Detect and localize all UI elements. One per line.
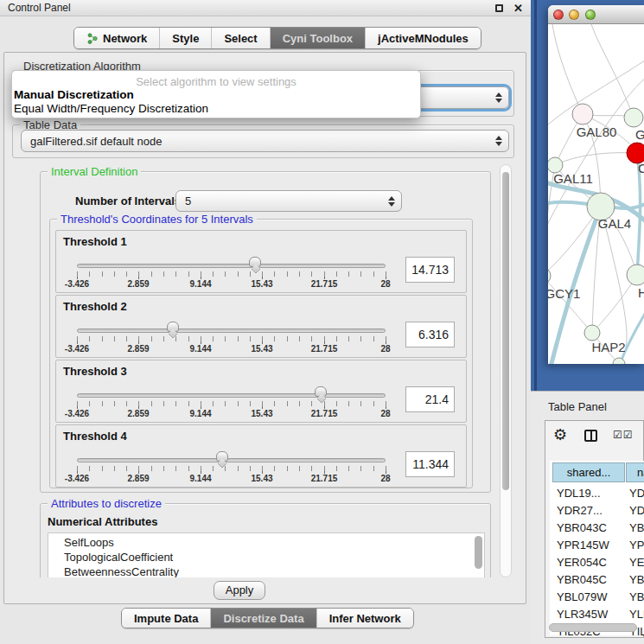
network-canvas[interactable]: GAL80 GA C GAL11 GAL4 GCY1 H HAP2 <box>548 24 644 364</box>
tab-discretize-data-label: Discretize Data <box>223 612 303 625</box>
node-label: GAL11 <box>553 171 593 186</box>
threshold-coordinates-group-title: Threshold's Coordinates for 5 Intervals <box>57 213 257 226</box>
list-item[interactable]: TopologicalCoefficient <box>64 550 484 564</box>
number-of-intervals-value: 5 <box>185 194 191 207</box>
number-of-intervals-label: Number of Intervals <box>75 194 181 207</box>
tab-infer-network[interactable]: Infer Network <box>317 609 413 628</box>
tab-select[interactable]: Select <box>212 28 270 48</box>
tick-label: 2.859 <box>127 279 149 289</box>
threshold-2-value-field[interactable]: 6.316 <box>405 322 455 348</box>
table-row[interactable]: YPR145WYPR1 <box>550 537 644 554</box>
zoom-traffic-light[interactable] <box>585 10 596 20</box>
interval-definition-group: Interval Definition Number of Intervals … <box>40 171 491 493</box>
cell: YER054C <box>557 554 607 571</box>
number-of-intervals-combobox[interactable]: 5 <box>175 190 402 212</box>
node-label: C <box>638 161 644 175</box>
column-header-name[interactable]: na <box>626 462 644 482</box>
threshold-1-panel: Threshold 1 -3.426 2.859 9.144 15.43 21.… <box>55 230 467 293</box>
panel-scrollbar-thumb[interactable] <box>502 172 509 490</box>
checkbox-icons[interactable]: ☑☑ <box>613 429 634 441</box>
horizontal-scrollbar-thumb[interactable] <box>549 623 637 632</box>
column-header-shared-name[interactable]: shared... <box>552 462 625 482</box>
node-gal80[interactable] <box>572 104 593 124</box>
node-gal-right[interactable] <box>624 108 643 127</box>
minimize-traffic-light[interactable] <box>569 10 579 20</box>
tab-network[interactable]: Network <box>74 28 160 48</box>
numerical-attributes-label: Numerical Attributes <box>48 515 157 528</box>
slider-ticks <box>77 336 386 341</box>
list-item[interactable]: BetweennessCentrality <box>64 564 484 577</box>
tab-discretize-data[interactable]: Discretize Data <box>211 609 316 628</box>
tab-impute-data-label: Impute Data <box>134 612 198 625</box>
threshold-4-slider-track[interactable] <box>77 458 386 462</box>
apply-button[interactable]: Apply <box>214 581 265 600</box>
table-row[interactable]: YBR045CYBR0 <box>550 571 644 589</box>
table-row[interactable]: YER054CYER0 <box>550 554 644 571</box>
close-icon[interactable]: ✕ <box>513 3 523 14</box>
dropdown-option-equal-width[interactable]: Equal Width/Frequency Discretization <box>14 102 208 115</box>
tab-infer-network-label: Infer Network <box>329 612 401 625</box>
float-window-icon[interactable] <box>495 4 503 12</box>
dropdown-option-manual-discretization[interactable]: Manual Discretization <box>14 88 134 101</box>
threshold-coordinates-group: Threshold's Coordinates for 5 Intervals … <box>49 219 473 488</box>
gear-icon[interactable]: ⚙ <box>553 425 567 444</box>
cell: YPR145W <box>557 537 609 554</box>
node-label: HAP2 <box>591 340 625 354</box>
tick-label: 28 <box>380 344 390 354</box>
tab-style-label: Style <box>172 32 199 45</box>
node-h[interactable] <box>627 265 644 285</box>
attributes-group-title: Attributes to discretize <box>48 497 165 510</box>
tab-select-label: Select <box>224 32 257 45</box>
dropdown-hint: Select algorithm to view settings <box>12 75 420 88</box>
table-row[interactable]: YLR345WYLR3 <box>550 606 644 623</box>
threshold-1-value-field[interactable]: 14.713 <box>405 257 455 283</box>
table-panel-title: Table Panel <box>548 400 607 413</box>
cell: YPR1 <box>629 537 644 554</box>
tick-label: 9.144 <box>189 344 211 354</box>
cell: YBR0 <box>629 520 644 537</box>
threshold-4-value-field[interactable]: 11.344 <box>405 451 455 477</box>
cell: YBL079W <box>557 589 608 606</box>
cell: YBR0 <box>629 571 644 589</box>
settings-viewport: Interval Definition Number of Intervals … <box>35 164 496 577</box>
table-row[interactable]: YBL079WYBL0 <box>550 589 644 606</box>
horizontal-scrollbar[interactable] <box>549 623 641 634</box>
threshold-4-slider-thumb[interactable] <box>216 451 228 462</box>
threshold-1-slider-thumb[interactable] <box>249 257 261 267</box>
panel-scrollbar[interactable] <box>500 164 512 577</box>
tab-impute-data[interactable]: Impute Data <box>122 609 211 628</box>
list-item[interactable]: SelfLoops <box>64 535 484 550</box>
node-hap2[interactable] <box>584 325 600 341</box>
threshold-3-slider-track[interactable] <box>77 393 386 398</box>
threshold-3-slider-thumb[interactable] <box>315 386 327 397</box>
table-data-combobox[interactable]: galFiltered.sif default node <box>21 130 509 152</box>
node-label: GA <box>635 127 644 142</box>
tab-cyni-toolbox-label: Cyni Toolbox <box>283 32 353 45</box>
node-label: GAL4 <box>598 216 631 231</box>
tab-jactivemnodules[interactable]: jActiveMNodules <box>366 28 481 48</box>
threshold-3-value-field[interactable]: 21.4 <box>405 386 455 412</box>
table-row[interactable]: YBR043CYBR0 <box>550 520 644 537</box>
table-row[interactable]: YDL19...YDL1 <box>550 485 644 502</box>
slider-ticks <box>77 466 386 471</box>
threshold-2-label: Threshold 2 <box>63 300 127 313</box>
threshold-2-slider-thumb[interactable] <box>167 322 179 332</box>
tick-label: 15.43 <box>251 474 272 483</box>
cell: YDR2 <box>629 502 644 520</box>
list-scrollbar-thumb[interactable] <box>475 536 482 569</box>
table-row[interactable]: YDR27...YDR2 <box>550 502 644 520</box>
cell: YER0 <box>629 554 644 571</box>
stepper-arrows-icon <box>495 136 502 146</box>
close-traffic-light[interactable] <box>553 10 564 20</box>
threshold-2-slider-track[interactable] <box>77 328 386 333</box>
threshold-1-slider-track[interactable] <box>77 264 386 268</box>
tab-network-label: Network <box>103 32 147 45</box>
tab-style[interactable]: Style <box>160 28 212 48</box>
network-window-titlebar[interactable] <box>548 5 644 24</box>
tick-label: 21.715 <box>311 279 338 289</box>
tick-label: 2.859 <box>127 474 149 483</box>
tab-cyni-toolbox[interactable]: Cyni Toolbox <box>271 28 366 48</box>
split-view-icon[interactable] <box>584 430 597 442</box>
algorithm-dropdown-popup: Select algorithm to view settings Manual… <box>11 70 421 118</box>
tick-label: 21.715 <box>311 409 338 418</box>
